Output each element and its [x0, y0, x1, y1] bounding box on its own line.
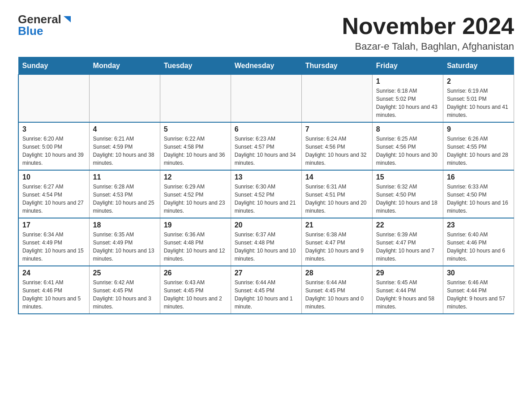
calendar-day-cell: 27Sunrise: 6:44 AMSunset: 4:45 PMDayligh…: [231, 266, 301, 314]
day-info-line: Sunrise: 6:21 AM: [93, 135, 156, 143]
day-info-line: Sunrise: 6:20 AM: [22, 135, 86, 143]
day-info-line: Daylight: 10 hours and 30 minutes.: [376, 151, 439, 167]
day-info-line: Daylight: 10 hours and 12 minutes.: [164, 247, 227, 263]
day-info-line: Sunrise: 6:22 AM: [164, 135, 227, 143]
day-info-line: Daylight: 10 hours and 28 minutes.: [447, 151, 510, 167]
header-row: SundayMondayTuesdayWednesdayThursdayFrid…: [18, 57, 514, 75]
calendar-day-cell: 11Sunrise: 6:28 AMSunset: 4:53 PMDayligh…: [89, 170, 160, 218]
day-info-line: Sunset: 4:49 PM: [93, 239, 156, 247]
day-of-week-header: Thursday: [301, 57, 372, 75]
day-number: 30: [447, 269, 510, 277]
page-header: General Blue November 2024 Bazar-e Talah…: [18, 13, 514, 52]
day-info-line: Sunrise: 6:42 AM: [93, 278, 156, 287]
calendar-day-cell: [18, 75, 89, 123]
day-info-line: Sunrise: 6:44 AM: [305, 278, 369, 287]
day-info-line: Sunset: 4:50 PM: [376, 191, 439, 199]
day-info-line: Sunset: 4:54 PM: [22, 191, 86, 199]
calendar-day-cell: 26Sunrise: 6:43 AMSunset: 4:45 PMDayligh…: [160, 266, 231, 314]
day-number: 17: [22, 221, 86, 229]
day-info-line: Daylight: 10 hours and 6 minutes.: [447, 247, 510, 263]
calendar-day-cell: 24Sunrise: 6:41 AMSunset: 4:46 PMDayligh…: [18, 266, 89, 314]
day-info-line: Sunrise: 6:36 AM: [164, 231, 227, 239]
calendar-day-cell: 30Sunrise: 6:46 AMSunset: 4:44 PMDayligh…: [443, 266, 514, 314]
day-number: 14: [305, 173, 369, 181]
day-number: 20: [235, 221, 298, 229]
day-info-line: Sunrise: 6:27 AM: [22, 183, 86, 191]
calendar-day-cell: 21Sunrise: 6:38 AMSunset: 4:47 PMDayligh…: [301, 218, 372, 266]
day-number: 22: [376, 221, 439, 229]
day-number: 27: [235, 269, 298, 277]
day-info-line: Sunset: 4:53 PM: [93, 191, 156, 199]
day-number: 18: [93, 221, 156, 229]
calendar-day-cell: [301, 75, 372, 123]
day-number: 6: [235, 125, 298, 133]
day-number: 26: [164, 269, 227, 277]
day-number: 28: [305, 269, 369, 277]
day-info-line: Sunset: 5:02 PM: [376, 95, 439, 103]
day-info-line: Daylight: 10 hours and 7 minutes.: [376, 247, 439, 263]
calendar-day-cell: 8Sunrise: 6:25 AMSunset: 4:56 PMDaylight…: [372, 122, 443, 170]
calendar-day-cell: 6Sunrise: 6:23 AMSunset: 4:57 PMDaylight…: [231, 122, 301, 170]
day-info-line: Sunrise: 6:40 AM: [447, 231, 510, 239]
day-info-line: Sunrise: 6:39 AM: [376, 231, 439, 239]
day-number: 1: [376, 77, 439, 86]
day-number: 29: [376, 269, 439, 277]
day-number: 7: [305, 125, 369, 133]
logo: General Blue: [18, 13, 72, 37]
day-info-line: Sunset: 4:52 PM: [235, 191, 298, 199]
day-info-line: Daylight: 10 hours and 15 minutes.: [22, 247, 86, 263]
calendar-day-cell: [89, 75, 160, 123]
day-info-line: Sunset: 4:46 PM: [22, 287, 86, 295]
calendar-day-cell: 2Sunrise: 6:19 AMSunset: 5:01 PMDaylight…: [443, 75, 514, 123]
calendar-day-cell: 13Sunrise: 6:30 AMSunset: 4:52 PMDayligh…: [231, 170, 301, 218]
calendar-day-cell: 17Sunrise: 6:34 AMSunset: 4:49 PMDayligh…: [18, 218, 89, 266]
day-number: 3: [22, 125, 86, 133]
day-info-line: Sunset: 4:45 PM: [305, 287, 369, 295]
day-number: 2: [447, 77, 510, 86]
day-info-line: Sunrise: 6:38 AM: [305, 231, 369, 239]
day-info-line: Sunset: 5:00 PM: [22, 143, 86, 151]
day-number: 13: [235, 173, 298, 181]
day-info-line: Sunset: 4:45 PM: [93, 287, 156, 295]
day-info-line: Sunrise: 6:26 AM: [447, 135, 510, 143]
day-info-line: Sunrise: 6:24 AM: [305, 135, 369, 143]
day-info-line: Daylight: 10 hours and 27 minutes.: [22, 199, 86, 215]
day-info-line: Sunset: 4:59 PM: [93, 143, 156, 151]
logo-general-row: General: [18, 13, 72, 25]
day-info-line: Daylight: 10 hours and 5 minutes.: [22, 295, 86, 311]
day-info-line: Sunrise: 6:43 AM: [164, 278, 227, 287]
calendar-body: 1Sunrise: 6:18 AMSunset: 5:02 PMDaylight…: [18, 75, 514, 314]
calendar-day-cell: 12Sunrise: 6:29 AMSunset: 4:52 PMDayligh…: [160, 170, 231, 218]
day-info-line: Daylight: 10 hours and 13 minutes.: [93, 247, 156, 263]
location-subtitle: Bazar-e Talah, Baghlan, Afghanistan: [342, 41, 514, 52]
day-number: 24: [22, 269, 86, 277]
logo-general-text: General: [18, 13, 61, 25]
day-info-line: Sunrise: 6:41 AM: [22, 278, 86, 287]
day-info-line: Sunset: 5:01 PM: [447, 95, 510, 103]
day-number: 16: [447, 173, 510, 181]
calendar-day-cell: 1Sunrise: 6:18 AMSunset: 5:02 PMDaylight…: [372, 75, 443, 123]
calendar-week-row: 24Sunrise: 6:41 AMSunset: 4:46 PMDayligh…: [18, 266, 514, 314]
day-info-line: Sunrise: 6:31 AM: [305, 183, 369, 191]
day-number: 15: [376, 173, 439, 181]
calendar-day-cell: 4Sunrise: 6:21 AMSunset: 4:59 PMDaylight…: [89, 122, 160, 170]
calendar-day-cell: 22Sunrise: 6:39 AMSunset: 4:47 PMDayligh…: [372, 218, 443, 266]
day-info-line: Sunrise: 6:18 AM: [376, 87, 439, 95]
day-number: 25: [93, 269, 156, 277]
day-info-line: Sunset: 4:47 PM: [376, 239, 439, 247]
day-info-line: Sunset: 4:45 PM: [235, 287, 298, 295]
day-info-line: Sunset: 4:44 PM: [447, 287, 510, 295]
day-info-line: Sunset: 4:50 PM: [447, 191, 510, 199]
day-info-line: Sunset: 4:47 PM: [305, 239, 369, 247]
day-info-line: Daylight: 10 hours and 2 minutes.: [164, 295, 227, 311]
calendar-day-cell: 14Sunrise: 6:31 AMSunset: 4:51 PMDayligh…: [301, 170, 372, 218]
day-info-line: Sunset: 4:52 PM: [164, 191, 227, 199]
day-info-line: Daylight: 9 hours and 58 minutes.: [376, 295, 439, 311]
day-of-week-header: Saturday: [443, 57, 514, 75]
day-info-line: Sunset: 4:55 PM: [447, 143, 510, 151]
day-info-line: Daylight: 10 hours and 9 minutes.: [305, 247, 369, 263]
day-number: 4: [93, 125, 156, 133]
day-info-line: Daylight: 10 hours and 36 minutes.: [164, 151, 227, 167]
calendar-day-cell: 10Sunrise: 6:27 AMSunset: 4:54 PMDayligh…: [18, 170, 89, 218]
day-number: 11: [93, 173, 156, 181]
